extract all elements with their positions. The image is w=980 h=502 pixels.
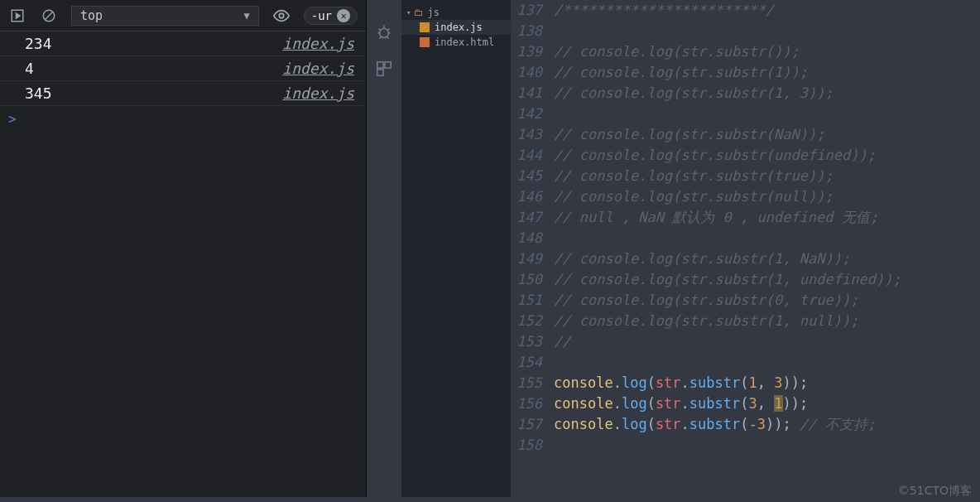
file-row[interactable]: index.js: [401, 20, 511, 35]
play-icon[interactable]: [8, 7, 26, 25]
file-name: index.html: [435, 36, 494, 48]
svg-point-4: [279, 13, 284, 18]
file-name: index.js: [435, 22, 483, 33]
log-source[interactable]: index.js: [282, 35, 354, 52]
svg-marker-1: [17, 13, 21, 18]
file-explorer: ▾ 🗀 js index.jsindex.html: [401, 0, 511, 497]
folder-row[interactable]: ▾ 🗀 js: [401, 5, 511, 20]
console-prompt[interactable]: >: [0, 106, 366, 132]
log-value: 234: [25, 35, 282, 52]
file-row[interactable]: index.html: [401, 35, 511, 50]
console-row[interactable]: 4index.js: [0, 56, 366, 81]
activity-bar: [367, 0, 401, 497]
log-value: 345: [25, 84, 282, 102]
chevron-down-icon: ▼: [243, 10, 249, 22]
svg-line-3: [46, 12, 53, 19]
code-lines: /************************/ // console.lo…: [554, 0, 980, 497]
eye-icon[interactable]: [272, 7, 291, 25]
filter-text: -ur: [311, 9, 332, 22]
svg-rect-6: [377, 62, 383, 68]
log-source[interactable]: index.js: [282, 84, 354, 102]
folder-icon: 🗀: [414, 7, 424, 18]
clear-icon[interactable]: [40, 7, 58, 25]
code-area[interactable]: 1371381391401411421431441451461471481491…: [511, 0, 980, 497]
log-value: 4: [25, 60, 282, 77]
file-icon: [420, 37, 430, 47]
watermark: ©51CTO博客: [898, 484, 972, 499]
folder-name: js: [427, 7, 439, 18]
line-gutter: 1371381391401411421431441451461471481491…: [511, 0, 554, 497]
file-icon: [420, 22, 430, 32]
console-row[interactable]: 345index.js: [0, 81, 366, 106]
devtools-panel: top ▼ -ur ✕ 234index.js4index.js345index…: [0, 0, 367, 497]
context-selector[interactable]: top ▼: [71, 6, 259, 26]
devtools-toolbar: top ▼ -ur ✕: [0, 0, 366, 31]
filter-pill[interactable]: -ur ✕: [304, 7, 358, 25]
code-editor: ▾ 🗀 js index.jsindex.html 13713813914014…: [367, 0, 980, 497]
svg-rect-7: [385, 62, 391, 68]
debug-icon[interactable]: [375, 23, 393, 41]
close-icon[interactable]: ✕: [337, 9, 350, 22]
context-label: top: [80, 8, 103, 23]
chevron-down-icon: ▾: [406, 8, 411, 17]
console-log-list: 234index.js4index.js345index.js: [0, 31, 366, 106]
extensions-icon[interactable]: [375, 60, 393, 78]
log-source[interactable]: index.js: [282, 60, 354, 77]
console-row[interactable]: 234index.js: [0, 31, 366, 56]
svg-rect-8: [377, 70, 383, 75]
